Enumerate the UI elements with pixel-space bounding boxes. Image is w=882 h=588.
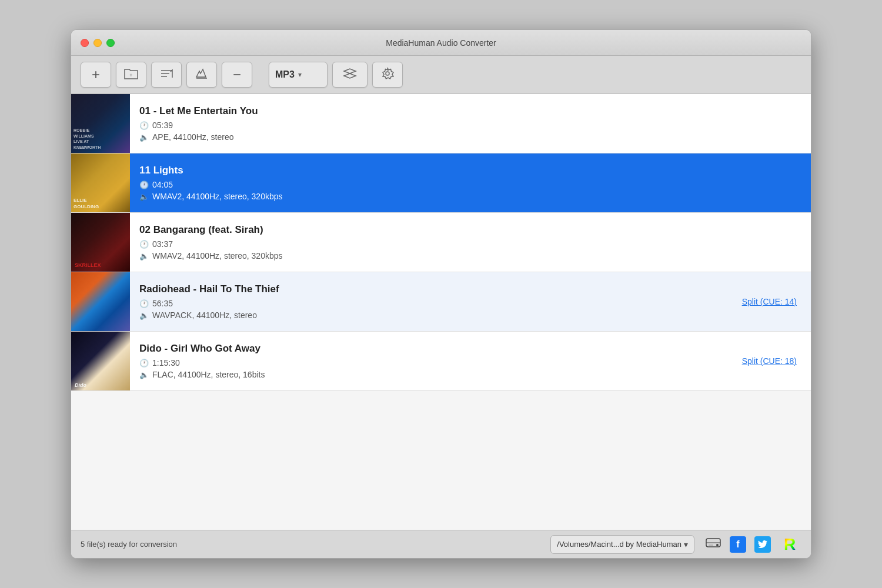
track-info: Dido - Girl Who Got Away 🕐 1:15:30 🔈 FLA… [130, 336, 728, 386]
sort-button[interactable] [151, 62, 182, 88]
track-title: 11 Lights [139, 165, 801, 176]
speaker-icon: 🔈 [139, 133, 149, 142]
minimize-button[interactable] [93, 39, 102, 47]
add-folder-button[interactable]: + [116, 62, 146, 88]
add-file-icon: + [92, 66, 100, 83]
track-format-row: 🔈 FLAC, 44100Hz, stereo, 16bits [139, 370, 719, 379]
track-item[interactable]: Radiohead - Hail To The Thief 🕐 56:35 🔈 … [71, 272, 811, 332]
track-info: 11 Lights 🕐 04:05 🔈 WMAV2, 44100Hz, ster… [130, 158, 811, 208]
clock-icon: 🕐 [139, 240, 149, 249]
hdd-icon [705, 534, 721, 554]
svg-point-5 [386, 72, 389, 75]
clock-icon: 🕐 [139, 299, 149, 308]
clear-button[interactable] [186, 62, 217, 88]
track-duration-row: 🕐 1:15:30 [139, 358, 719, 368]
sort-icon [159, 67, 174, 83]
title-bar: MediaHuman Audio Converter [71, 30, 811, 56]
close-button[interactable] [81, 39, 89, 47]
track-duration-row: 🕐 04:05 [139, 180, 801, 189]
track-info: Radiohead - Hail To The Thief 🕐 56:35 🔈 … [130, 276, 728, 327]
path-value: /Volumes/Macint...d by MediaHuman [557, 540, 681, 549]
format-dropdown-icon: ▾ [298, 71, 302, 79]
track-format: APE, 44100Hz, stereo [152, 132, 234, 142]
art-robbie-williams [71, 94, 130, 153]
clock-icon: 🕐 [139, 359, 149, 368]
track-title: Radiohead - Hail To The Thief [139, 283, 719, 295]
main-window: MediaHuman Audio Converter + + [71, 29, 811, 559]
track-title: 01 - Let Me Entertain You [139, 105, 801, 117]
traffic-lights [81, 39, 115, 47]
track-format: WAVPACK, 44100Hz, stereo [152, 310, 257, 320]
art-ellie-goulding [71, 153, 130, 212]
format-label: MP3 [275, 69, 295, 80]
status-bar: 5 file(s) ready for conversion /Volumes/… [71, 530, 811, 558]
speaker-icon: 🔈 [139, 311, 149, 320]
track-info: 01 - Let Me Entertain You 🕐 05:39 🔈 APE,… [130, 98, 811, 149]
path-selector[interactable]: /Volumes/Macint...d by MediaHuman ▾ [550, 535, 694, 554]
track-title: 02 Bangarang (feat. Sirah) [139, 224, 801, 236]
album-art [71, 272, 130, 331]
track-meta: 🕐 05:39 🔈 APE, 44100Hz, stereo [139, 121, 801, 142]
split-cue-link[interactable]: Split (CUE: 14) [742, 297, 797, 306]
track-action: Split (CUE: 14) [728, 296, 811, 307]
track-duration: 04:05 [152, 180, 173, 189]
clock-icon: 🕐 [139, 181, 149, 189]
svg-text:+: + [129, 72, 132, 78]
track-title: Dido - Girl Who Got Away [139, 343, 719, 355]
maximize-button[interactable] [106, 39, 115, 47]
window-title: MediaHuman Audio Converter [386, 38, 496, 48]
remove-button[interactable]: − [222, 62, 252, 88]
track-duration: 1:15:30 [152, 358, 180, 368]
track-duration: 56:35 [152, 299, 173, 308]
clear-icon [195, 66, 209, 83]
track-meta: 🕐 03:37 🔈 WMAV2, 44100Hz, stereo, 320kbp… [139, 239, 801, 260]
art-dido [71, 332, 130, 390]
track-action: Split (CUE: 18) [728, 356, 811, 366]
split-cue-link[interactable]: Split (CUE: 18) [742, 356, 797, 366]
track-format: FLAC, 44100Hz, stereo, 16bits [152, 370, 265, 379]
art-radiohead [71, 272, 130, 331]
track-format: WMAV2, 44100Hz, stereo, 320kbps [152, 251, 283, 260]
album-art [71, 213, 130, 272]
speaker-icon: 🔈 [139, 192, 149, 201]
album-art [71, 153, 130, 212]
track-duration: 05:39 [152, 121, 173, 130]
clock-icon: 🕐 [139, 121, 149, 130]
add-folder-icon: + [123, 67, 139, 83]
track-duration-row: 🕐 05:39 [139, 121, 801, 130]
format-selector[interactable]: MP3 ▾ [269, 62, 328, 88]
facebook-icon: f [730, 536, 746, 553]
track-item[interactable]: 11 Lights 🕐 04:05 🔈 WMAV2, 44100Hz, ster… [71, 153, 811, 213]
speaker-icon: 🔈 [139, 252, 149, 260]
convert-icon [342, 66, 358, 83]
toolbar: + + [71, 56, 811, 94]
status-path: /Volumes/Macint...d by MediaHuman ▾ [550, 535, 694, 554]
twitter-icon [754, 536, 771, 553]
twitter-button[interactable] [753, 535, 772, 554]
track-list[interactable]: 01 - Let Me Entertain You 🕐 05:39 🔈 APE,… [71, 94, 811, 530]
album-art [71, 332, 130, 390]
convert-button[interactable] [332, 62, 368, 88]
track-format: WMAV2, 44100Hz, stereo, 320kbps [152, 192, 283, 201]
art-skrillex [71, 213, 130, 272]
remove-icon: − [233, 68, 241, 82]
settings-button[interactable] [372, 62, 403, 88]
track-item[interactable]: 02 Bangarang (feat. Sirah) 🕐 03:37 🔈 WMA… [71, 213, 811, 272]
facebook-button[interactable]: f [729, 535, 747, 554]
track-item[interactable]: 01 - Let Me Entertain You 🕐 05:39 🔈 APE,… [71, 94, 811, 153]
status-text: 5 file(s) ready for conversion [81, 540, 541, 549]
svg-point-8 [716, 544, 719, 546]
track-meta: 🕐 1:15:30 🔈 FLAC, 44100Hz, stereo, 16bit… [139, 358, 719, 379]
speaker-icon: 🔈 [139, 370, 149, 379]
track-format-row: 🔈 APE, 44100Hz, stereo [139, 132, 801, 142]
track-format-row: 🔈 WMAV2, 44100Hz, stereo, 320kbps [139, 251, 801, 260]
track-item[interactable]: Dido - Girl Who Got Away 🕐 1:15:30 🔈 FLA… [71, 332, 811, 391]
track-format-row: 🔈 WMAV2, 44100Hz, stereo, 320kbps [139, 192, 801, 201]
track-duration-row: 🕐 56:35 [139, 299, 719, 308]
status-icons: f R [704, 533, 801, 556]
add-file-button[interactable]: + [81, 62, 111, 88]
track-duration: 03:37 [152, 239, 173, 249]
track-meta: 🕐 04:05 🔈 WMAV2, 44100Hz, stereo, 320kbp… [139, 180, 801, 201]
hdd-icon-button[interactable] [704, 535, 723, 554]
track-meta: 🕐 56:35 🔈 WAVPACK, 44100Hz, stereo [139, 299, 719, 320]
